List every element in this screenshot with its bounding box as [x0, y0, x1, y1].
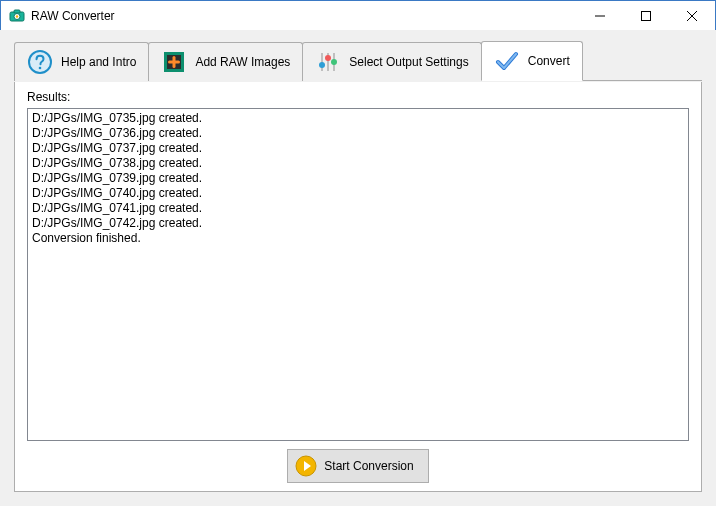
close-button[interactable]: [669, 1, 715, 31]
tab-add-raw-images[interactable]: Add RAW Images: [148, 42, 303, 81]
start-conversion-button[interactable]: Start Conversion: [287, 449, 428, 483]
play-icon: [294, 454, 318, 478]
svg-point-8: [29, 51, 51, 73]
tab-label: Add RAW Images: [195, 55, 290, 69]
tab-label: Select Output Settings: [349, 55, 468, 69]
results-label: Results:: [27, 90, 689, 104]
start-conversion-label: Start Conversion: [324, 459, 413, 473]
minimize-button[interactable]: [577, 1, 623, 31]
svg-point-18: [325, 55, 331, 61]
client-area: Help and Intro Add RAW Images: [0, 30, 716, 506]
question-icon: [27, 49, 53, 75]
convert-panel: Results: D:/JPGs/IMG_0735.jpg created. D…: [14, 82, 702, 492]
svg-rect-1: [14, 10, 20, 13]
svg-rect-5: [642, 11, 651, 20]
add-image-icon: [161, 49, 187, 75]
svg-point-3: [16, 15, 18, 17]
tab-help-intro[interactable]: Help and Intro: [14, 42, 149, 81]
titlebar: RAW Converter: [1, 1, 715, 31]
checkmark-icon: [494, 48, 520, 74]
window-title: RAW Converter: [31, 9, 115, 23]
svg-point-9: [39, 67, 42, 70]
results-textbox[interactable]: D:/JPGs/IMG_0735.jpg created. D:/JPGs/IM…: [27, 108, 689, 441]
tab-convert[interactable]: Convert: [481, 41, 583, 81]
app-icon: [9, 8, 25, 24]
svg-point-17: [319, 62, 325, 68]
tab-strip: Help and Intro Add RAW Images: [14, 40, 702, 81]
tab-label: Convert: [528, 54, 570, 68]
svg-point-19: [331, 59, 337, 65]
sliders-icon: [315, 49, 341, 75]
tab-label: Help and Intro: [61, 55, 136, 69]
tab-select-output-settings[interactable]: Select Output Settings: [302, 42, 481, 81]
maximize-button[interactable]: [623, 1, 669, 31]
